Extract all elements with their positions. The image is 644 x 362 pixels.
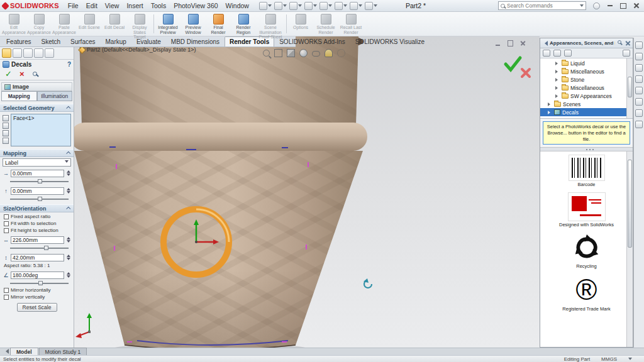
new-document-button[interactable] [259,2,272,10]
ribbon-button-copy-appearance[interactable]: Copy Appearance [26,13,52,35]
slider-thumb[interactable] [38,179,42,184]
zoom-to-area-icon[interactable] [274,49,282,57]
tab-sketch[interactable]: Sketch [36,36,65,47]
tree-item-scenes[interactable]: Scenes [540,100,633,108]
view-settings-icon[interactable] [337,49,345,57]
ribbon-button-display-states-target[interactable]: Display States Target [127,13,152,35]
expand-icon[interactable] [548,102,552,106]
mapping-style-dropdown[interactable]: Label [3,158,71,167]
zoom-to-fit-icon[interactable] [263,50,270,57]
view-palette-icon[interactable] [635,75,643,83]
close-button[interactable] [630,1,643,10]
configuration-tab-icon[interactable] [23,48,33,58]
scrollbar-thumb[interactable] [628,77,632,97]
horizontal-offset-slider[interactable] [10,178,69,184]
print-button[interactable] [304,2,317,10]
hide-show-items-icon[interactable] [312,51,320,57]
ribbon-button-final-render[interactable]: Final Render [206,13,231,35]
accept-icon[interactable] [506,58,520,70]
rotation-slider[interactable] [10,280,69,286]
decal-width-slider[interactable] [10,245,69,251]
tree-item-stone[interactable]: Stone [540,75,633,84]
expand-icon[interactable] [555,94,560,98]
tree-item-miscellaneous-2[interactable]: Miscellaneous [540,84,633,92]
ribbon-button-recall-last-render[interactable]: Recall Last Render [338,13,364,35]
undo-button[interactable] [319,2,332,10]
options-button[interactable] [365,2,377,10]
search-box[interactable] [498,1,586,10]
vertical-offset-field[interactable]: 0.00mm [11,187,64,195]
collapse-icon[interactable] [66,106,70,111]
tree-scrollbar[interactable] [626,58,633,118]
collapse-icon[interactable] [66,151,70,156]
display-manager-tab-icon[interactable] [45,48,54,58]
tab-mbd-dimensions[interactable]: MBD Dimensions [166,36,225,47]
vertical-offset-slider[interactable] [10,196,69,202]
tree-item-sw-appearances[interactable]: SW Appearances [540,92,633,100]
help-icon[interactable]: ? [67,61,71,68]
ribbon-button-paste-appearance[interactable]: Paste Appearance [52,13,77,35]
selected-face-item[interactable]: Face<1> [13,115,35,121]
fit-height-checkbox[interactable] [4,228,9,233]
featuremanager-tab-icon[interactable] [13,48,22,58]
solidworks-resources-icon[interactable] [635,41,643,49]
menu-window[interactable]: Window [222,1,253,11]
tab-illumination[interactable]: Illumination [37,91,73,101]
ribbon-button-render-region[interactable]: Render Region [231,13,256,35]
file-explorer-icon[interactable] [635,64,643,72]
ribbon-button-preview-window[interactable]: Preview Window [180,13,206,35]
ribbon-button-edit-appearance[interactable]: Edit Appearance [1,13,26,35]
units-selector[interactable]: MMGS [601,356,617,362]
decal-height-stepper[interactable] [65,253,71,262]
slider-thumb[interactable] [38,197,42,201]
ok-button[interactable]: ✓ [5,70,12,78]
menu-insert[interactable]: Insert [123,1,147,11]
ribbon-button-options[interactable]: Options [288,13,313,35]
rotation-field[interactable]: 180.00deg [11,272,64,279]
slider-thumb[interactable] [38,281,43,285]
maximize-button[interactable] [616,1,630,10]
document-tab[interactable]: Part2 (Default<<Default>_Display State 1… [79,47,196,53]
decal-thumbnail-designed-with-solidworks[interactable]: Designed with SolidWorks [540,193,633,228]
image-section-header[interactable]: Image [1,82,72,91]
horizontal-offset-stepper[interactable] [65,168,71,178]
propertymanager-tab-icon[interactable] [2,48,11,58]
ribbon-button-integrated-preview[interactable]: Integrated Preview [155,13,180,35]
graphics-area[interactable]: Part2 (Default<<Default>_Display State 1… [74,36,540,348]
expand-icon[interactable] [548,111,552,114]
refresh-icon[interactable] [564,50,572,57]
view-orientation-icon[interactable] [287,49,295,57]
menu-file[interactable]: File [64,1,82,11]
scrollbar-thumb[interactable] [628,160,632,248]
pin-icon[interactable] [32,71,38,77]
mirror-horizontal-row[interactable]: Mirror horizontally [4,287,70,293]
cancel-button[interactable]: × [19,70,25,78]
slider-thumb[interactable] [44,246,48,250]
expand-icon[interactable] [555,86,560,90]
selected-geometry-header[interactable]: Selected Geometry [0,104,74,112]
thumbnails-scrollbar[interactable] [626,151,633,347]
decal-thumbnail-recycling[interactable]: Recycling [540,233,633,269]
collapse-icon[interactable] [66,207,70,211]
edit-appearance-icon[interactable] [325,49,333,57]
open-document-button[interactable] [274,2,287,10]
menu-photoview-360[interactable]: PhotoView 360 [170,1,221,11]
manipulator-center[interactable] [195,241,197,243]
horizontal-offset-field[interactable]: 0.00mm [11,170,64,177]
face-filter-icon[interactable] [3,115,9,121]
plane-filter-icon[interactable] [3,138,9,144]
menu-edit[interactable]: Edit [82,1,101,11]
tab-features[interactable]: Features [1,36,36,47]
ribbon-button-proof-sheet[interactable]: Scene Illumination Proof Sheet [256,13,285,35]
pin-icon[interactable] [617,40,623,46]
fit-width-checkbox-row[interactable]: Fit width to selection [4,221,70,226]
fit-height-checkbox-row[interactable]: Fit height to selection [4,228,70,233]
decal-width-stepper[interactable] [65,235,71,244]
tree-item-decals[interactable]: Decals [540,108,633,116]
rotation-stepper[interactable] [65,270,71,280]
fixed-aspect-checkbox-row[interactable]: Fixed aspect ratio [4,214,70,219]
up-one-level-icon[interactable] [553,50,561,57]
decal-height-field[interactable]: 42.00mm [11,254,64,261]
tree-item-liquid[interactable]: Liquid [540,59,633,67]
appearances-scenes-icon[interactable] [635,87,643,94]
